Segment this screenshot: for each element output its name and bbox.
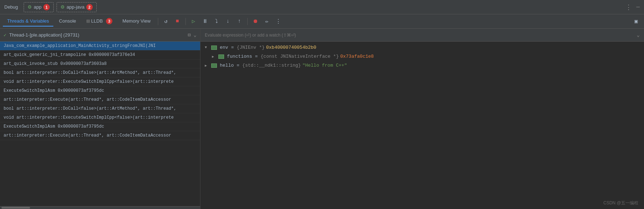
var-name-label: functions [227, 54, 252, 59]
app-icon: ⚙ [28, 4, 32, 10]
expression-bar: ⌄ [200, 29, 644, 42]
stack-frame-item[interactable]: art::interpreter::Execute(art::Thread*, … [0, 95, 200, 104]
stack-frame-item[interactable]: ExecuteSwitchImplAsm 0x00000073af3795dc [0, 86, 200, 95]
tab-threads-variables[interactable]: Threads & Variables [3, 16, 53, 27]
tab-app-java[interactable]: ⚙ app-java 2 [57, 2, 97, 12]
stack-frame-item[interactable]: bool art::interpreter::DoCall<false>(art… [0, 68, 200, 77]
var-type-icon [218, 54, 224, 59]
var-expand-icon[interactable]: ▼ [205, 46, 210, 49]
expand-icon[interactable]: ⌄ [194, 32, 197, 38]
var-eq-label: = [255, 54, 258, 59]
left-panel: ✓ Thread-1-[ple.application] (29731) ⊟ ⌄… [0, 29, 200, 209]
stack-frame-item[interactable]: ExecuteSwitchImplAsm 0x00000073af3795dc [0, 122, 200, 131]
toolbar-separator-3 [247, 18, 248, 25]
watermark: CSDN @五一编程 [603, 200, 638, 206]
expression-down-button[interactable]: ⌄ [637, 32, 640, 38]
var-name-label: env [220, 45, 228, 50]
var-value-label: 0x73afa0c1e8 [340, 54, 374, 59]
var-name-label: hello [220, 63, 234, 68]
pause-button[interactable]: ⏸ [200, 16, 210, 27]
more-icon[interactable]: ⋮ [625, 3, 632, 11]
var-eq-label: = [231, 45, 234, 50]
toolbar: Threads & Variables Console ▤ LLDB 3 Mem… [0, 14, 644, 29]
variable-row[interactable]: ▼env = {JNIEnv *} 0xb40000740054b2b0 [200, 43, 644, 52]
tab-app-label: app [34, 4, 42, 10]
stack-frame-item[interactable]: void art::interpreter::ExecuteSwitchImpl… [0, 113, 200, 122]
thread-title: Thread-1-[ple.application] (29731) [9, 32, 185, 38]
main-content: ✓ Thread-1-[ple.application] (29731) ⊟ ⌄… [0, 29, 644, 209]
var-value-label: 0xb40000740054b2b0 [266, 45, 316, 50]
var-type-icon [211, 46, 217, 50]
var-eq-label: = [237, 63, 239, 68]
scrollbar-thumb[interactable] [1, 207, 30, 209]
var-type-icon [211, 63, 217, 68]
panel-layout-button[interactable]: ▣ [631, 16, 641, 27]
horizontal-scrollbar[interactable] [0, 206, 200, 209]
stack-frame-item[interactable]: art::interpreter::Execute(art::Thread*, … [0, 131, 200, 140]
variable-row[interactable]: ▶hello = {std::__ndk1::string} "Hello fr… [200, 61, 644, 70]
thread-header: ✓ Thread-1-[ple.application] (29731) ⊟ ⌄ [0, 29, 200, 42]
step-out-button[interactable]: ↑ [234, 16, 244, 27]
toolbar-separator-2 [185, 18, 186, 25]
resume-button[interactable]: ▷ [189, 16, 199, 27]
stack-frame-item[interactable]: art_quick_invoke_stub 0x00000073af3603a8 [0, 60, 200, 68]
var-value-label: "Hello from C++" [302, 63, 347, 68]
stack-frame-item[interactable]: void art::interpreter::ExecuteSwitchImpl… [0, 77, 200, 86]
variable-row[interactable]: ▶functions = {const JNINativeInterface *… [200, 52, 644, 61]
var-expand-icon[interactable]: ▶ [212, 54, 217, 59]
var-type-label: {const JNINativeInterface *} [261, 54, 339, 59]
expression-input[interactable] [205, 33, 634, 38]
tab-memory-view[interactable]: Memory View [118, 16, 155, 27]
thread-check-icon: ✓ [4, 32, 6, 38]
step-over-button[interactable]: ⤵ [212, 16, 222, 27]
more-options-button[interactable]: ⋮ [273, 16, 284, 27]
restart-button[interactable]: ↺ [161, 16, 171, 27]
right-panel: ⌄ ▼env = {JNIEnv *} 0xb40000740054b2b0▶f… [200, 29, 644, 209]
filter-icon[interactable]: ⊟ [188, 32, 190, 38]
record-button[interactable]: ⏺ [251, 16, 261, 27]
tab-app-java-badge: 2 [86, 4, 93, 10]
stack-frame-list[interactable]: Java_com_example_application_MainActivit… [0, 42, 200, 206]
minimize-icon[interactable]: — [636, 4, 640, 10]
app-java-icon: ⚙ [60, 4, 65, 10]
tab-app-badge: 1 [43, 4, 50, 10]
lldb-badge: 3 [106, 18, 112, 24]
var-expand-icon[interactable]: ▶ [205, 63, 210, 68]
stack-frame-item[interactable]: Java_com_example_application_MainActivit… [0, 42, 200, 51]
stop-button[interactable]: ■ [173, 16, 183, 27]
tab-app-java-label: app-java [67, 4, 84, 10]
title-bar-right: ⋮ — [625, 3, 640, 11]
toolbar-separator-1 [158, 18, 158, 25]
var-type-label: {std::__ndk1::string} [242, 63, 301, 68]
tab-app[interactable]: ⚙ app 1 [24, 2, 54, 12]
var-type-label: {JNIEnv *} [237, 45, 265, 50]
tab-console[interactable]: Console [55, 16, 81, 27]
stack-frame-item[interactable]: bool art::interpreter::DoCall<false>(art… [0, 104, 200, 113]
tab-lldb[interactable]: ▤ LLDB 3 [82, 16, 117, 27]
debug-label: Debug [4, 4, 18, 10]
title-bar: Debug ⚙ app 1 ⚙ app-java 2 ⋮ — [0, 0, 644, 14]
pencil-button[interactable]: ✏ [262, 16, 272, 27]
variables-list: ▼env = {JNIEnv *} 0xb40000740054b2b0▶fun… [200, 42, 644, 209]
step-into-button[interactable]: ↓ [223, 16, 233, 27]
stack-frame-item[interactable]: art_quick_generic_jni_trampoline 0x00000… [0, 51, 200, 60]
